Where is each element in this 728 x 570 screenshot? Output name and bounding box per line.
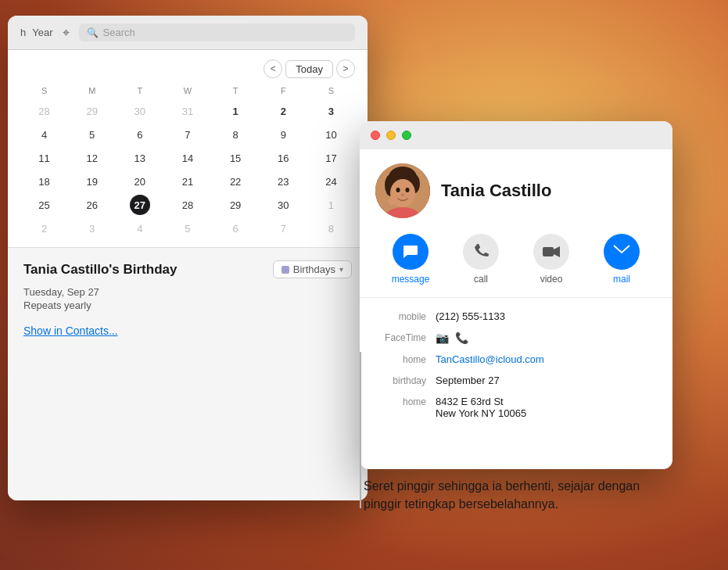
cal-day[interactable]: 21 [178, 171, 198, 192]
cal-day[interactable]: 13 [130, 148, 150, 168]
cal-day[interactable]: 11 [34, 148, 55, 168]
cal-day[interactable]: 3 [321, 101, 341, 121]
facetime-icons: 📷 📞 [436, 332, 468, 344]
cal-day[interactable]: 25 [34, 195, 55, 215]
video-action-button[interactable]: video [524, 234, 579, 285]
call-icon [463, 234, 499, 270]
cal-day[interactable]: 30 [273, 195, 293, 215]
tab-year[interactable]: Year [32, 27, 52, 38]
cal-day[interactable]: 6 [130, 124, 150, 145]
cal-day[interactable]: 15 [225, 148, 246, 168]
calendar-nav-tabs: h Year [20, 27, 53, 38]
event-date: Tuesday, Sep 27 [23, 286, 352, 298]
day-headers: S M T W T F S [20, 84, 355, 97]
contact-header: Tania Castillo [360, 149, 672, 228]
birthday-label: birthday [375, 375, 426, 386]
close-button[interactable] [371, 131, 380, 140]
divider-line [360, 352, 361, 508]
search-icon: 🔍 [87, 27, 99, 38]
next-month-button[interactable]: > [336, 59, 355, 78]
cal-day[interactable]: 29 [82, 101, 102, 121]
search-placeholder: Search [103, 27, 135, 38]
cal-day[interactable]: 3 [82, 218, 102, 238]
cal-day[interactable]: 5 [178, 218, 198, 238]
mail-label: mail [613, 274, 630, 285]
contact-info: mobile (212) 555-1133 FaceTime 📷 📞 home … [360, 298, 672, 469]
cal-day[interactable]: 8 [225, 124, 246, 145]
svg-rect-10 [543, 247, 554, 256]
cal-day[interactable]: 1 [321, 195, 341, 215]
cal-day[interactable]: 2 [273, 101, 293, 121]
info-row-facetime: FaceTime 📷 📞 [360, 327, 672, 349]
day-header-fri: F [260, 84, 307, 97]
cal-day[interactable]: 12 [82, 148, 102, 168]
mail-action-button[interactable]: mail [594, 234, 649, 285]
cal-day-today[interactable]: 27 [130, 195, 150, 215]
spotlight-icon[interactable]: ⌖ [63, 26, 70, 40]
contact-titlebar [360, 121, 672, 149]
cal-day[interactable]: 8 [321, 218, 341, 238]
cal-day[interactable]: 22 [225, 171, 246, 192]
cal-day[interactable]: 7 [273, 218, 293, 238]
search-bar[interactable]: 🔍 Search [79, 23, 355, 41]
cal-day[interactable]: 30 [130, 101, 150, 121]
today-button[interactable]: Today [285, 60, 333, 78]
message-label: message [392, 274, 430, 285]
cal-day[interactable]: 14 [178, 148, 198, 168]
cal-day[interactable]: 20 [130, 171, 150, 192]
address-value: 8432 E 63rd St New York NY 10065 [436, 396, 657, 419]
cal-day[interactable]: 17 [321, 148, 341, 168]
cal-day[interactable]: 24 [321, 171, 341, 192]
cal-day[interactable]: 4 [130, 218, 150, 238]
calendar-body: < Today > S M T W T F S 28 29 30 31 [8, 50, 368, 500]
svg-point-6 [406, 188, 410, 192]
cal-day[interactable]: 6 [225, 218, 246, 238]
maximize-button[interactable] [402, 131, 411, 140]
mobile-value: (212) 555-1133 [436, 310, 657, 322]
cal-day[interactable]: 4 [34, 124, 55, 145]
month-nav: < Today > [20, 59, 355, 78]
birthdays-badge[interactable]: Birthdays ▾ [273, 260, 352, 278]
mail-icon [604, 234, 640, 270]
facetime-video-icon[interactable]: 📷 [436, 332, 449, 344]
avatar [375, 163, 430, 218]
svg-point-5 [396, 188, 400, 192]
cal-day[interactable]: 29 [225, 195, 246, 215]
cal-day[interactable]: 9 [273, 124, 293, 145]
svg-point-7 [401, 194, 404, 196]
cal-day[interactable]: 16 [273, 148, 293, 168]
contact-name: Tania Castillo [441, 181, 551, 201]
prev-month-button[interactable]: < [264, 59, 282, 78]
cal-day[interactable]: 19 [82, 171, 102, 192]
day-header-sun: S [20, 84, 68, 97]
event-section: Tania Castillo's Birthday Birthdays ▾ Tu… [8, 248, 368, 500]
contact-actions: message call video [360, 228, 672, 298]
call-action-button[interactable]: call [454, 234, 508, 285]
cal-day[interactable]: 23 [273, 171, 293, 192]
info-row-email: home TanCastillo@icloud.com [360, 349, 672, 370]
video-icon [533, 234, 569, 270]
badge-dot [282, 266, 289, 274]
minimize-button[interactable] [386, 131, 396, 140]
show-in-contacts-link[interactable]: Show in Contacts... [23, 324, 118, 337]
day-header-wed: W [163, 84, 211, 97]
cal-day[interactable]: 7 [178, 124, 198, 145]
message-action-button[interactable]: message [383, 234, 438, 285]
tab-h[interactable]: h [20, 27, 26, 38]
info-row-mobile: mobile (212) 555-1133 [360, 306, 672, 327]
cal-day[interactable]: 31 [178, 101, 198, 121]
cal-day[interactable]: 5 [82, 124, 102, 145]
cal-day[interactable]: 28 [34, 101, 55, 121]
cal-day[interactable]: 26 [82, 195, 102, 215]
cal-day[interactable]: 10 [321, 124, 341, 145]
event-title-row: Tania Castillo's Birthday Birthdays ▾ [23, 260, 352, 278]
cal-day[interactable]: 28 [178, 195, 198, 215]
cal-day[interactable]: 1 [225, 101, 246, 121]
facetime-phone-icon[interactable]: 📞 [455, 332, 468, 344]
cal-day[interactable]: 2 [34, 218, 55, 238]
event-title: Tania Castillo's Birthday [23, 262, 177, 278]
call-label: call [474, 274, 488, 285]
email-value: TanCastillo@icloud.com [436, 353, 657, 365]
cal-day[interactable]: 18 [34, 171, 55, 192]
badge-label: Birthdays [293, 263, 335, 275]
